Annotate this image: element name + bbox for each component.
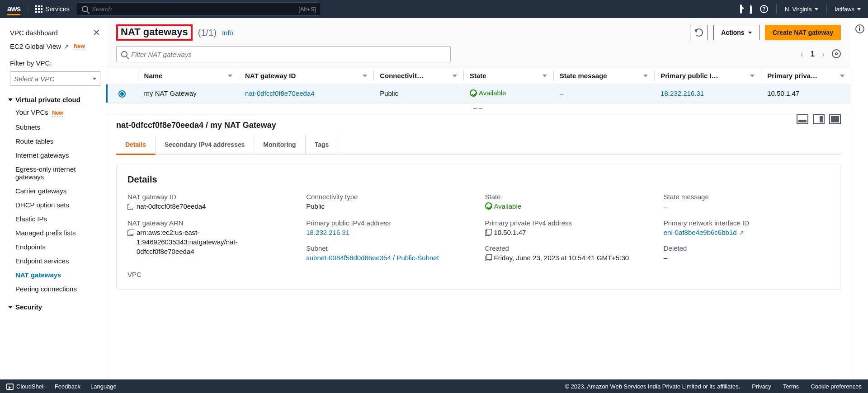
services-label: Services: [45, 5, 70, 13]
col-state[interactable]: State: [463, 67, 553, 84]
sidebar-item-your-vpcs[interactable]: Your VPCs New: [8, 105, 102, 120]
aws-logo[interactable]: aws: [7, 5, 20, 14]
next-page-button[interactable]: ›: [822, 50, 825, 59]
col-private-ip[interactable]: Primary priva…: [761, 67, 851, 84]
sidebar-item-subnets[interactable]: Subnets: [8, 120, 102, 134]
footer-terms[interactable]: Terms: [783, 383, 799, 390]
eni-link[interactable]: eni-0af8be4e9b6c6bb1d ↗: [664, 228, 744, 237]
sidebar-section-vpc[interactable]: Virtual private cloud: [8, 93, 102, 105]
copy-icon[interactable]: [485, 229, 491, 235]
page-number: 1: [811, 50, 815, 58]
field-state: State Available: [485, 193, 651, 211]
global-search[interactable]: [Alt+S]: [77, 2, 321, 16]
notifications-icon[interactable]: [750, 5, 752, 13]
col-id[interactable]: NAT gateway ID: [239, 67, 373, 84]
layout-full-button[interactable]: [829, 114, 841, 124]
row-radio[interactable]: [118, 90, 126, 98]
nat-gateways-table: Name NAT gateway ID Connectivit… State S…: [106, 67, 851, 103]
check-icon: [485, 202, 492, 210]
highlight-box: NAT gateways: [116, 24, 193, 41]
new-badge: New: [74, 43, 85, 50]
field-arn: NAT gateway ARN arn:aws:ec2:us-east-1:94…: [127, 219, 293, 262]
page-header: NAT gateways (1/1) Info Actions Create N…: [106, 18, 851, 67]
footer-language[interactable]: Language: [90, 383, 117, 390]
sidebar-item-endpoint-services[interactable]: Endpoint services: [8, 254, 102, 268]
field-public-ip: Primary public IPv4 address 18.232.216.3…: [306, 219, 472, 262]
footer-privacy[interactable]: Privacy: [752, 383, 771, 390]
sidebar-vpc-dashboard[interactable]: VPC dashboard ✕: [8, 25, 102, 40]
footer: CloudShell Feedback Language © 2023, Ama…: [0, 379, 868, 393]
footer-cloudshell[interactable]: CloudShell: [6, 383, 45, 390]
copy-icon[interactable]: [127, 203, 134, 209]
pagination: ‹ 1 ›: [801, 49, 841, 60]
col-connectivity[interactable]: Connectivit…: [373, 67, 463, 84]
region-selector[interactable]: N. Virginia: [785, 6, 818, 13]
sidebar-section-security[interactable]: Security: [8, 300, 102, 313]
subnet-link[interactable]: subnet-0084f58d0d86ee354 / Public-Subnet: [306, 253, 439, 262]
col-state-message[interactable]: State message: [553, 67, 655, 84]
selection-count: (1/1): [198, 28, 217, 38]
check-icon: [470, 89, 477, 97]
cell-pubip[interactable]: 18.232.216.31: [654, 84, 761, 103]
tab-monitoring[interactable]: Monitoring: [254, 136, 305, 154]
layout-side-button[interactable]: [813, 114, 825, 124]
cell-privip: 10.50.1.47: [761, 84, 851, 103]
sidebar-item-peering[interactable]: Peering connections: [8, 282, 102, 296]
filter-input[interactable]: [131, 51, 446, 58]
sidebar-item-elastic-ips[interactable]: Elastic IPs: [8, 212, 102, 226]
sidebar-item-prefix-lists[interactable]: Managed prefix lists: [8, 226, 102, 240]
split-handle[interactable]: ━━: [106, 103, 851, 114]
field-vpc: VPC: [127, 271, 293, 279]
nat-gateways-table-scroller[interactable]: Name NAT gateway ID Connectivit… State S…: [106, 67, 851, 103]
table-filter[interactable]: [116, 46, 451, 62]
sidebar-item-dhcp[interactable]: DHCP option sets: [8, 198, 102, 212]
footer-copyright: © 2023, Amazon Web Services India Privat…: [565, 383, 741, 390]
divider: [28, 4, 28, 14]
table-row[interactable]: my NAT Gateway nat-0dfccf0f8e70eeda4 Pub…: [106, 84, 851, 103]
sidebar-item-carrier-gateways[interactable]: Carrier gateways: [8, 184, 102, 198]
table-settings-button[interactable]: [832, 49, 841, 60]
prev-page-button[interactable]: ‹: [801, 50, 803, 59]
divider: [826, 4, 827, 14]
chevron-down-icon: [93, 78, 96, 80]
cell-state: Available: [463, 84, 553, 103]
sidebar-item-endpoints[interactable]: Endpoints: [8, 240, 102, 254]
vpc-select[interactable]: Select a VPC: [10, 71, 100, 86]
copy-icon[interactable]: [485, 254, 491, 261]
search-input[interactable]: [92, 5, 295, 13]
sidebar-item-egress-gateways[interactable]: Egress-only internet gateways: [8, 162, 102, 184]
layout-bottom-button[interactable]: [797, 114, 808, 124]
info-link[interactable]: Info: [222, 29, 233, 37]
tab-tags[interactable]: Tags: [306, 136, 339, 154]
table-header-row: Name NAT gateway ID Connectivit… State S…: [106, 67, 851, 84]
search-icon: [121, 51, 127, 57]
services-menu[interactable]: Services: [35, 5, 70, 13]
sidebar-ec2-global[interactable]: EC2 Global View ↗ New: [8, 40, 102, 53]
actions-button[interactable]: Actions: [713, 25, 759, 40]
create-nat-gateway-button[interactable]: Create NAT gateway: [765, 25, 841, 40]
sidebar-item-route-tables[interactable]: Route tables: [8, 134, 102, 148]
close-icon[interactable]: ✕: [93, 28, 100, 37]
footer-cookies[interactable]: Cookie preferences: [811, 383, 862, 390]
account-menu[interactable]: latifaws: [835, 6, 861, 13]
info-icon[interactable]: i: [855, 24, 864, 33]
grip-icon: ━━: [473, 105, 484, 112]
col-name[interactable]: Name: [138, 67, 239, 84]
copy-icon[interactable]: [127, 229, 134, 235]
help-icon[interactable]: ?: [760, 5, 768, 13]
cell-id[interactable]: nat-0dfccf0f8e70eeda4: [239, 84, 373, 103]
field-connectivity: Connectivity type Public: [306, 193, 472, 211]
tab-secondary-ipv4[interactable]: Secondary IPv4 addresses: [156, 136, 254, 154]
refresh-button[interactable]: [690, 25, 708, 40]
sidebar-item-internet-gateways[interactable]: Internet gateways: [8, 148, 102, 162]
topbar-right: ? N. Virginia latifaws: [740, 4, 861, 14]
cloudshell-icon[interactable]: [740, 5, 742, 13]
footer-feedback[interactable]: Feedback: [55, 383, 80, 390]
detail-heading: nat-0dfccf0f8e70eeda4 / my NAT Gateway: [116, 114, 841, 136]
details-card: Details NAT gateway ID nat-0dfccf0f8e70e…: [116, 164, 841, 290]
tab-details[interactable]: Details: [116, 136, 156, 155]
public-ip-link[interactable]: 18.232.216.31: [306, 228, 349, 237]
field-nat-id: NAT gateway ID nat-0dfccf0f8e70eeda4: [127, 193, 293, 211]
col-public-ip[interactable]: Primary public I…: [654, 67, 761, 84]
sidebar-item-nat-gateways[interactable]: NAT gateways: [8, 268, 102, 282]
